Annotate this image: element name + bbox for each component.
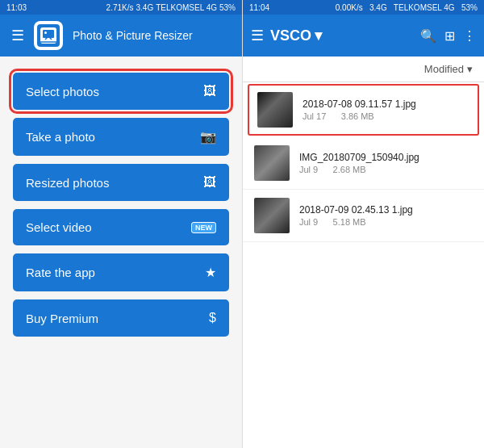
file-info-0: 2018-07-08 09.11.57 1.jpg Jul 17 3.86 MB — [302, 98, 469, 121]
header-icons: 🔍 ⊞ ⋮ — [420, 28, 476, 44]
right-network: 3.4G — [369, 3, 387, 12]
file-item[interactable]: 2018-07-08 09.11.57 1.jpg Jul 17 3.86 MB — [248, 84, 479, 136]
right-status-time: 11:04 — [249, 3, 269, 12]
new-badge: NEW — [191, 222, 216, 233]
left-status-time: 11:03 — [6, 3, 27, 12]
hamburger-icon[interactable]: ☰ — [11, 27, 24, 44]
file-info-2: 2018-07-09 02.45.13 1.jpg Jul 9 5.18 MB — [299, 204, 473, 227]
select-video-button[interactable]: Select video NEW — [13, 209, 229, 245]
right-panel: 11:04 0.00K/s 3.4G TELKOMSEL 4G 53% ☰ VS… — [242, 0, 484, 448]
vsco-title: VSCO ▾ — [270, 27, 414, 44]
select-photos-label: Select photos — [26, 85, 99, 98]
rate-app-button[interactable]: Rate the app ★ — [13, 253, 229, 291]
left-carrier: TELKOMSEL 4G — [156, 3, 217, 12]
sort-dropdown-icon[interactable]: ▾ — [467, 63, 473, 75]
take-photo-label: Take a photo — [26, 130, 95, 144]
file-item[interactable]: 2018-07-09 02.45.13 1.jpg Jul 9 5.18 MB — [243, 190, 484, 242]
vsco-dropdown-icon[interactable]: ▾ — [315, 27, 322, 44]
right-battery: 53% — [461, 3, 478, 12]
file-date-2: Jul 9 — [299, 217, 318, 227]
select-photos-icon: 🖼 — [203, 84, 216, 98]
left-status-right: 2.71K/s 3.4G TELKOMSEL 4G 53% — [106, 3, 236, 12]
file-thumb-1 — [254, 145, 290, 181]
buy-premium-label: Buy Premium — [26, 312, 98, 325]
file-name-1: IMG_20180709_150940.jpg — [299, 152, 473, 163]
file-size-2: 5.18 MB — [333, 217, 366, 227]
file-date-1: Jul 9 — [299, 165, 318, 174]
file-meta-0: Jul 17 3.86 MB — [302, 111, 469, 121]
file-list: 2018-07-08 09.11.57 1.jpg Jul 17 3.86 MB… — [243, 82, 484, 448]
select-video-label: Select video — [26, 220, 92, 234]
take-photo-button[interactable]: Take a photo 📷 — [13, 118, 229, 156]
dollar-icon: $ — [209, 311, 216, 325]
left-network: 3.4G — [136, 3, 154, 12]
left-battery: 53% — [219, 3, 236, 12]
right-speed: 0.00K/s — [336, 3, 363, 12]
svg-point-3 — [44, 31, 47, 34]
right-status-bar: 11:04 0.00K/s 3.4G TELKOMSEL 4G 53% — [243, 0, 484, 15]
sort-bar: Modified ▾ — [243, 57, 484, 82]
app-logo — [34, 21, 63, 50]
right-header: ☰ VSCO ▾ 🔍 ⊞ ⋮ — [243, 15, 484, 57]
select-photos-button[interactable]: Select photos 🖼 — [13, 73, 229, 110]
file-meta-1: Jul 9 2.68 MB — [299, 165, 473, 174]
file-item[interactable]: IMG_20180709_150940.jpg Jul 9 2.68 MB — [243, 137, 484, 190]
resized-icon: 🖼 — [203, 175, 216, 190]
left-panel: 11:03 2.71K/s 3.4G TELKOMSEL 4G 53% ☰ Ph… — [0, 0, 242, 448]
file-size-0: 3.86 MB — [341, 111, 374, 121]
file-date-0: Jul 17 — [302, 111, 326, 121]
menu-container: Select photos 🖼 Take a photo 📷 Resized p… — [0, 57, 242, 448]
left-status-bar: 11:03 2.71K/s 3.4G TELKOMSEL 4G 53% — [0, 0, 242, 15]
app-title: Photo & Picture Resizer — [73, 29, 193, 42]
right-carrier: TELKOMSEL 4G — [394, 3, 455, 12]
left-speed: 2.71K/s — [106, 3, 134, 12]
camera-icon: 📷 — [200, 129, 216, 144]
file-thumb-2 — [254, 198, 290, 233]
star-icon: ★ — [205, 265, 216, 280]
buy-premium-button[interactable]: Buy Premium $ — [13, 299, 229, 337]
file-info-1: IMG_20180709_150940.jpg Jul 9 2.68 MB — [299, 152, 473, 174]
right-hamburger-icon[interactable]: ☰ — [251, 27, 264, 44]
file-name-2: 2018-07-09 02.45.13 1.jpg — [299, 204, 473, 216]
file-meta-2: Jul 9 5.18 MB — [299, 217, 473, 227]
sort-label[interactable]: Modified — [424, 63, 464, 75]
resized-photos-button[interactable]: Resized photos 🖼 — [13, 164, 229, 201]
search-icon[interactable]: 🔍 — [420, 28, 436, 44]
file-size-1: 2.68 MB — [333, 165, 366, 174]
more-icon[interactable]: ⋮ — [463, 28, 476, 44]
file-name-0: 2018-07-08 09.11.57 1.jpg — [302, 98, 469, 110]
rate-app-label: Rate the app — [26, 266, 95, 279]
resized-photos-label: Resized photos — [26, 176, 109, 190]
vsco-label: VSCO — [270, 27, 311, 44]
right-status-right: 0.00K/s 3.4G TELKOMSEL 4G 53% — [336, 3, 478, 12]
file-thumb-0 — [257, 92, 293, 128]
grid-icon[interactable]: ⊞ — [444, 28, 455, 44]
app-header: ☰ Photo & Picture Resizer — [0, 15, 242, 57]
